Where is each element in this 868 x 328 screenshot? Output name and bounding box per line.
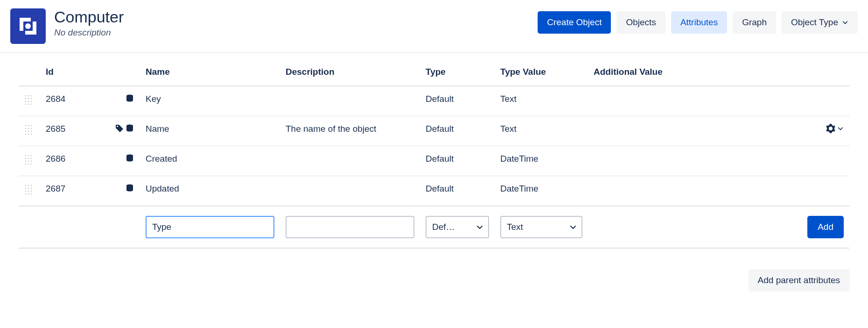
add-parent-attributes-button[interactable]: Add parent attributes xyxy=(749,269,849,292)
cell-additional-value xyxy=(588,116,798,146)
column-header-name: Name xyxy=(140,57,280,86)
new-attr-type-select[interactable]: Def… xyxy=(426,216,489,238)
table-row: 2685NameThe name of the objectDefaultTex… xyxy=(19,116,849,146)
database-icon xyxy=(125,94,134,103)
chevron-down-icon xyxy=(842,19,848,26)
cell-description: The name of the object xyxy=(280,116,420,146)
cell-type: Default xyxy=(420,86,495,116)
add-attribute-row: Def…TextAdd xyxy=(19,206,849,248)
tab-attributes[interactable]: Attributes xyxy=(671,11,727,34)
cell-additional-value xyxy=(588,176,798,207)
table-row: 2684KeyDefaultText xyxy=(19,86,849,116)
cell-additional-value xyxy=(588,146,798,176)
cell-type: Default xyxy=(420,116,495,146)
cell-description xyxy=(280,146,420,176)
cell-type-value: Text xyxy=(495,86,588,116)
table-row: 2687UpdatedDefaultDateTime xyxy=(19,176,849,207)
new-attr-description-input[interactable] xyxy=(286,216,414,238)
new-attr-name-input[interactable] xyxy=(146,216,274,238)
cell-type-value: DateTime xyxy=(495,146,588,176)
cell-description xyxy=(280,176,420,207)
gear-icon xyxy=(826,124,835,133)
cell-type: Default xyxy=(420,146,495,176)
column-header-description: Description xyxy=(280,57,420,86)
database-icon xyxy=(125,184,134,193)
page-header: Computer No description Create Object Ob… xyxy=(0,0,868,53)
create-object-button[interactable]: Create Object xyxy=(538,11,611,34)
chevron-down-icon xyxy=(837,125,844,132)
page-title: Computer xyxy=(54,8,538,26)
drag-handle-icon[interactable] xyxy=(24,94,33,106)
drag-handle-icon[interactable] xyxy=(24,124,33,136)
cell-id: 2685 xyxy=(40,116,105,146)
table-row: 2686CreatedDefaultDateTime xyxy=(19,146,849,176)
cell-name: Created xyxy=(140,146,280,176)
cell-id: 2684 xyxy=(40,86,105,116)
new-attr-type-value-select[interactable]: Text xyxy=(500,216,582,238)
add-attribute-button[interactable]: Add xyxy=(807,216,844,238)
cell-type-value: Text xyxy=(495,116,588,146)
page-subtitle: No description xyxy=(54,28,538,38)
column-header-id: Id xyxy=(40,57,105,86)
tag-icon xyxy=(115,124,124,133)
cell-additional-value xyxy=(588,86,798,116)
cell-name: Name xyxy=(140,116,280,146)
cell-name: Updated xyxy=(140,176,280,207)
object-type-dropdown-label: Object Type xyxy=(791,17,838,28)
database-icon xyxy=(125,124,134,133)
column-header-type: Type xyxy=(420,57,495,86)
cell-type-value: DateTime xyxy=(495,176,588,207)
cell-id: 2686 xyxy=(40,146,105,176)
tab-graph[interactable]: Graph xyxy=(733,11,776,34)
cell-name: Key xyxy=(140,86,280,116)
column-header-additional-value: Additional Value xyxy=(588,57,798,86)
database-icon xyxy=(125,154,134,163)
object-type-icon xyxy=(10,8,46,44)
cell-type: Default xyxy=(420,176,495,207)
attributes-table: Id Name Description Type Type Value Addi… xyxy=(19,57,849,249)
object-type-dropdown[interactable]: Object Type xyxy=(782,11,858,34)
svg-point-0 xyxy=(25,23,31,29)
cell-id: 2687 xyxy=(40,176,105,207)
column-header-type-value: Type Value xyxy=(495,57,588,86)
drag-handle-icon[interactable] xyxy=(24,154,33,166)
drag-handle-icon[interactable] xyxy=(24,184,33,196)
row-settings-button[interactable] xyxy=(826,124,844,133)
cell-description xyxy=(280,86,420,116)
tab-objects[interactable]: Objects xyxy=(616,11,665,34)
